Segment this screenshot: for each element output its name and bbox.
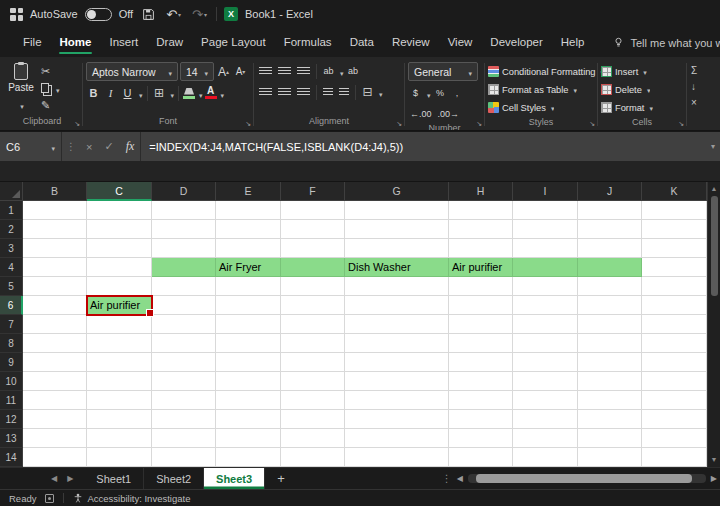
row-header-2[interactable]: 2: [0, 220, 23, 239]
merge-center-button[interactable]: [360, 84, 375, 101]
column-header-d[interactable]: D: [152, 182, 216, 201]
cell-e10[interactable]: [216, 372, 281, 391]
column-header-f[interactable]: F: [281, 182, 345, 201]
cell-f11[interactable]: [281, 391, 345, 410]
cell-e9[interactable]: [216, 353, 281, 372]
delete-cells-button[interactable]: Delete: [601, 81, 650, 98]
cell-h13[interactable]: [449, 429, 513, 448]
increase-font-size-button[interactable]: [216, 63, 231, 80]
cell-d13[interactable]: [152, 429, 216, 448]
column-header-h[interactable]: H: [449, 182, 513, 201]
cell-e6[interactable]: [216, 296, 281, 315]
name-box-resize-handle[interactable]: ⋮: [62, 141, 80, 152]
cell-h3[interactable]: [449, 239, 513, 258]
ribbon-tab-data[interactable]: Data: [341, 30, 383, 55]
cell-k6[interactable]: [642, 296, 707, 315]
underline-dropdown-icon[interactable]: [139, 84, 143, 102]
cell-j12[interactable]: [578, 410, 642, 429]
cell-d2[interactable]: [152, 220, 216, 239]
ribbon-tab-draw[interactable]: Draw: [147, 30, 192, 55]
cell-g3[interactable]: [345, 239, 449, 258]
cell-i1[interactable]: [513, 201, 578, 220]
format-as-table-dropdown-icon[interactable]: [574, 85, 578, 95]
save-button[interactable]: [140, 8, 157, 21]
cell-b3[interactable]: [23, 239, 87, 258]
cell-g9[interactable]: [345, 353, 449, 372]
row-header-5[interactable]: 5: [0, 277, 23, 296]
cell-c3[interactable]: [87, 239, 152, 258]
accounting-format-button[interactable]: $: [408, 85, 423, 102]
cancel-icon[interactable]: ×: [80, 141, 98, 153]
cell-k13[interactable]: [642, 429, 707, 448]
cell-k12[interactable]: [642, 410, 707, 429]
fill-color-button[interactable]: [183, 85, 195, 102]
cell-d1[interactable]: [152, 201, 216, 220]
cell-h2[interactable]: [449, 220, 513, 239]
ribbon-tab-formulas[interactable]: Formulas: [275, 30, 341, 55]
tell-me-search[interactable]: Tell me what you want to do: [613, 37, 720, 49]
align-top-icon[interactable]: [259, 67, 272, 76]
column-header-i[interactable]: I: [513, 182, 578, 201]
font-name-combo[interactable]: Aptos Narrow: [86, 62, 178, 81]
hscroll-left-arrow[interactable]: ◀: [457, 474, 463, 483]
formula-input[interactable]: =INDEX(D4:J4,MATCH(FALSE,ISBLANK(D4:J4),…: [140, 132, 706, 161]
row-header-10[interactable]: 10: [0, 372, 23, 391]
ribbon-tab-home[interactable]: Home: [51, 30, 101, 55]
wrap-text-button[interactable]: ab: [346, 63, 361, 80]
orientation-button[interactable]: ab: [321, 63, 336, 80]
cell-i10[interactable]: [513, 372, 578, 391]
format-cells-button[interactable]: Format: [601, 99, 653, 116]
row-header-13[interactable]: 13: [0, 429, 23, 448]
cell-h12[interactable]: [449, 410, 513, 429]
cell-g13[interactable]: [345, 429, 449, 448]
comma-style-button[interactable]: ,: [450, 85, 465, 102]
number-format-combo[interactable]: General: [408, 62, 478, 81]
cell-b1[interactable]: [23, 201, 87, 220]
copy-dropdown-icon[interactable]: [56, 83, 60, 95]
cell-k2[interactable]: [642, 220, 707, 239]
cell-c1[interactable]: [87, 201, 152, 220]
cell-k8[interactable]: [642, 334, 707, 353]
increase-decimal-button[interactable]: ←.00: [408, 105, 434, 122]
decrease-indent-icon[interactable]: [323, 88, 333, 97]
cell-b14[interactable]: [23, 448, 87, 467]
cell-c11[interactable]: [87, 391, 152, 410]
cell-i2[interactable]: [513, 220, 578, 239]
row-header-14[interactable]: 14: [0, 448, 23, 467]
sheet-tab-sheet1[interactable]: Sheet1: [84, 468, 144, 489]
cell-i3[interactable]: [513, 239, 578, 258]
add-sheet-button[interactable]: +: [277, 471, 285, 486]
cell-j7[interactable]: [578, 315, 642, 334]
borders-button[interactable]: [152, 85, 167, 102]
sheet-nav-right-icon[interactable]: ▶: [62, 474, 78, 483]
clear-button[interactable]: ×: [691, 96, 697, 109]
align-bottom-icon[interactable]: [297, 67, 310, 76]
font-dialog-launcher[interactable]: [245, 120, 251, 128]
column-header-b[interactable]: B: [23, 182, 87, 201]
merge-center-dropdown-icon[interactable]: [379, 83, 383, 101]
sheet-tab-sheet2[interactable]: Sheet2: [144, 468, 204, 489]
cell-i4[interactable]: [513, 258, 578, 277]
hscroll-right-arrow[interactable]: ▶: [711, 474, 717, 483]
cell-h5[interactable]: [449, 277, 513, 296]
app-launcher-icon[interactable]: [10, 8, 23, 21]
alignment-dialog-launcher[interactable]: [396, 120, 402, 128]
select-all-corner[interactable]: [0, 182, 23, 201]
cell-i13[interactable]: [513, 429, 578, 448]
align-right-icon[interactable]: [297, 88, 310, 97]
cell-h11[interactable]: [449, 391, 513, 410]
number-dialog-launcher[interactable]: [476, 120, 482, 128]
cell-c4[interactable]: [87, 258, 152, 277]
column-header-e[interactable]: E: [216, 182, 281, 201]
fill-color-dropdown-icon[interactable]: [199, 84, 203, 102]
font-size-combo[interactable]: 14: [180, 62, 214, 81]
cell-c6[interactable]: Air purifier: [87, 296, 152, 315]
cell-f2[interactable]: [281, 220, 345, 239]
align-middle-icon[interactable]: [278, 67, 291, 76]
row-header-12[interactable]: 12: [0, 410, 23, 429]
cell-k10[interactable]: [642, 372, 707, 391]
cell-e5[interactable]: [216, 277, 281, 296]
row-header-6[interactable]: 6: [0, 296, 23, 315]
font-color-button[interactable]: A: [205, 85, 217, 102]
cell-j11[interactable]: [578, 391, 642, 410]
